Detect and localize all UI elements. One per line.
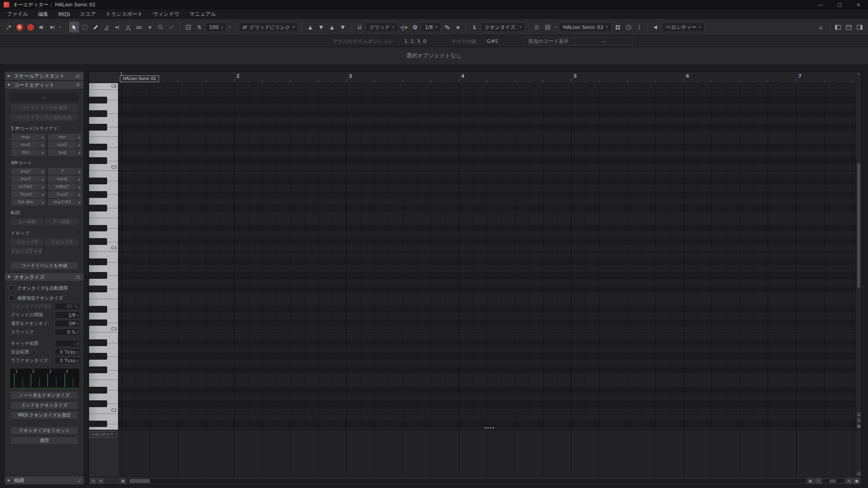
scroll-up-button[interactable]: ▴ [857,412,861,417]
section-transpose[interactable]: ▶ 移調 ♪ [5,476,84,485]
strength-value-field[interactable]: 60 % [55,303,80,310]
chord-options-arrow-icon[interactable]: ▶ [40,199,46,206]
scroll-right-button[interactable]: ▶ [807,478,814,484]
chord-four-note-button[interactable]: 7sus4▶ [11,191,46,198]
piano-key-black[interactable] [89,400,107,407]
quantize-q-button[interactable]: Q [410,22,420,33]
safe-range-field[interactable]: 0 Ticks▴▾ [55,348,80,356]
hzoom-in-button[interactable]: + [846,478,852,484]
piano-key-black[interactable] [89,225,107,232]
glue-tool[interactable] [134,22,144,33]
length-quantize-dropdown[interactable]: クオンタイズ. ▾ [481,22,525,32]
rough-quantize-field[interactable]: 0 Ticks▴▾ [55,357,80,364]
piano-key-black[interactable] [89,144,107,150]
freeze-quantize-button[interactable]: MIDI クオンタイズを固定 [10,411,78,419]
chord-triad-button[interactable]: dim▶ [11,149,46,156]
piano-key-black[interactable] [89,205,107,211]
part-list-dropdown-arrow[interactable]: ▾ [554,25,558,29]
part-name-tab[interactable]: HALion Sonic 02 [120,75,159,82]
range-selection-tool[interactable] [80,22,90,33]
note-expression-button[interactable] [184,22,193,33]
quantize-lengths-button[interactable]: ノート長をクオンタイズ [10,391,78,399]
chord-four-note-button[interactable]: m7/b5▶ [11,183,46,190]
iterative-quantize-button[interactable]: % [442,22,452,33]
piano-key-black[interactable] [89,353,107,360]
stepper-arrows-icon[interactable]: ▴▾ [77,330,78,334]
zoom-preset-button[interactable]: ● [854,478,860,484]
chord-triad-button[interactable]: sus4▶ [11,141,46,148]
section-quantize[interactable]: ▼ クオンタイズ [5,272,84,282]
insert-velocity-value[interactable]: 100 ▴▾ [205,22,227,32]
quantize-preset-dropdown[interactable]: 1/8 ▾ [421,22,441,32]
acoustic-feedback-button[interactable] [36,22,46,33]
piano-keyboard[interactable]: C6C5C4C3C2 [89,83,118,430]
menu-item[interactable]: ファイル [2,9,33,19]
chord-options-arrow-icon[interactable]: ▶ [40,183,46,190]
velocity-lane[interactable] [118,430,856,477]
event-colors-dropdown[interactable]: ベロシティー ▾ [662,22,705,32]
piano-key-black[interactable] [89,286,107,292]
piano-key-black[interactable] [89,319,107,326]
menu-item[interactable]: トランスポート [101,9,148,19]
object-selection-tool[interactable] [69,22,79,33]
vertical-zoom-handle[interactable]: ● [857,424,861,428]
piano-key-black[interactable] [89,191,107,198]
velocity-lane-tab[interactable]: ベロシティー [89,431,117,438]
insert-velocity-icon-button[interactable]: ⇅ [194,22,204,33]
right-zone-toggle[interactable] [854,22,864,33]
reset-quantize-button[interactable]: クオンタイズをリセット [10,427,78,435]
menu-item[interactable]: スコア [75,9,101,19]
erase-tool[interactable] [102,22,112,33]
transpose-octave-down-button[interactable]: ▼ [338,22,348,33]
chord-triad-button[interactable]: min▶ [48,134,82,141]
menu-item[interactable]: ウィンドウ [148,9,184,19]
event-colors-icon-button[interactable] [651,22,661,33]
stepper-arrows-icon[interactable]: ▴▾ [77,322,78,325]
line-tool[interactable] [167,22,177,33]
chord-options-arrow-icon[interactable]: ▶ [76,134,82,141]
left-zone-toggle[interactable] [833,22,843,33]
horizontal-zoom-slider[interactable] [823,479,844,483]
chord-options-arrow-icon[interactable]: ▶ [40,191,46,198]
move-down-button[interactable]: 下へ移動 [45,218,78,226]
piano-key-black[interactable] [89,178,107,184]
grid-type-dropdown[interactable]: グリッド ▾ [365,22,398,32]
zoom-tool[interactable] [156,22,166,33]
draw-tool[interactable] [91,22,101,33]
velocity-zoom-button[interactable]: + [857,471,861,476]
apply-quantize-button[interactable]: 適用 [10,436,78,445]
chord-options-arrow-icon[interactable]: ▶ [40,168,46,175]
piano-key-black[interactable] [89,258,107,265]
chord-options-arrow-icon[interactable]: ▶ [76,183,82,190]
timeline-ruler[interactable]: HALion Sonic 02 234567 [118,72,856,83]
swing-value-field[interactable]: 0 %▴▾ [55,328,80,336]
note-grid[interactable] [118,83,856,430]
horizontal-zoom-thumb[interactable] [830,479,836,483]
window-layout-button[interactable] [844,22,854,33]
piano-key-black[interactable] [89,339,107,346]
menu-item[interactable]: 編集 [33,9,53,19]
drop3-button[interactable]: ドロップ3 [45,238,78,246]
chord-options-arrow-icon[interactable]: ▶ [76,199,82,206]
quantize-ends-button[interactable]: エンドをクオンタイズ [10,401,78,409]
piano-key-black[interactable] [89,238,107,245]
snap-button[interactable] [354,22,364,33]
piano-key-black[interactable] [89,157,107,164]
chord-four-note-button[interactable]: mMaj7▶ [48,183,82,190]
stepper-arrows-icon[interactable]: ▴▾ [222,25,223,29]
chord-four-note-button[interactable]: full dim▶ [11,199,46,206]
horizontal-scrollbar[interactable] [127,479,806,483]
scroll-left-button[interactable]: ◀ [119,478,126,484]
piano-key-black[interactable] [89,387,107,394]
chord-options-arrow-icon[interactable]: ▶ [40,176,46,183]
section-chord-edit[interactable]: ▼ コードエディット [5,80,84,89]
open-in-window-button[interactable] [816,22,826,33]
drop2-button[interactable]: ドロップ2 [10,238,44,246]
soft-quantize-checkbox[interactable] [9,296,14,301]
menu-item[interactable]: MIDI [53,9,75,19]
autoscroll-dropdown-arrow[interactable]: ▾ [58,25,62,29]
maximize-button[interactable]: □ [830,0,849,9]
horizontal-scrollbar-thumb[interactable] [129,479,150,483]
chord-options-arrow-icon[interactable]: ▶ [76,176,82,183]
chord-four-note-button[interactable]: 7▶ [48,168,82,175]
